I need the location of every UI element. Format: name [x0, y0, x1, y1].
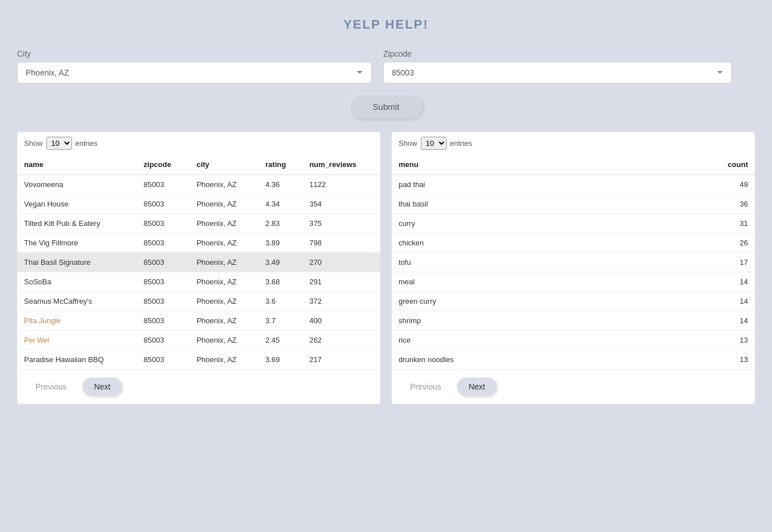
table-row: pad thai49 — [392, 175, 755, 194]
zip-filter-group: Zipcode 85003 85004 85006 — [383, 49, 732, 84]
table-row: Vovomeena85003Phoenix, AZ4.361122 — [17, 175, 380, 194]
left-table-section: Show 10 25 50 entries name zipcode city … — [17, 132, 380, 404]
right-next-button[interactable]: Next — [457, 378, 496, 396]
table-row: meal14 — [392, 272, 755, 292]
table-row: chicken26 — [392, 233, 755, 253]
zip-label: Zipcode — [383, 49, 732, 58]
right-show-entries-bar: Show 10 25 50 entries — [392, 132, 755, 154]
table-row: Seamus McCaffrey's85003Phoenix, AZ3.6372 — [17, 292, 380, 311]
zip-select[interactable]: 85003 85004 85006 — [383, 62, 732, 84]
col-menu: menu — [392, 154, 635, 175]
table-row: tofu17 — [392, 253, 755, 272]
city-select[interactable]: Phoenix, AZ Scottsdale, AZ Tempe, AZ — [17, 62, 372, 84]
table-row: drunken noodles13 — [392, 350, 755, 370]
table-row: The Vig Fillmore85003Phoenix, AZ3.89798 — [17, 233, 380, 253]
table-row: thai basil36 — [392, 194, 755, 214]
right-show-label: Show — [399, 139, 417, 148]
right-table-header: menu count — [392, 154, 755, 175]
col-name: name — [17, 154, 137, 175]
left-entries-label: entries — [75, 139, 98, 148]
col-rating: rating — [258, 154, 303, 175]
table-row: shrimp14 — [392, 311, 755, 331]
table-row: curry31 — [392, 214, 755, 233]
right-table: menu count pad thai49thai basil36curry31… — [392, 154, 755, 370]
table-row: rice13 — [392, 331, 755, 350]
left-pagination: Previous Next — [17, 370, 380, 404]
left-show-entries-bar: Show 10 25 50 entries — [17, 132, 380, 154]
left-table-header: name zipcode city rating num_reviews — [17, 154, 380, 175]
left-next-button[interactable]: Next — [82, 378, 122, 396]
page-title: YELP HELP! — [17, 17, 755, 32]
right-entries-label: entries — [450, 139, 472, 148]
table-row: SoSoBa85003Phoenix, AZ3.68291 — [17, 272, 380, 292]
left-previous-button[interactable]: Previous — [24, 378, 78, 396]
col-city: city — [190, 154, 258, 175]
right-previous-button[interactable]: Previous — [399, 378, 452, 396]
submit-container: Submit — [17, 95, 755, 118]
col-count: count — [635, 154, 755, 175]
col-num-reviews: num_reviews — [303, 154, 380, 175]
table-row: Tilted Kilt Pub & Eatery85003Phoenix, AZ… — [17, 214, 380, 233]
table-row: Thai Basil Signature85003Phoenix, AZ3.49… — [17, 253, 380, 272]
submit-button[interactable]: Submit — [350, 95, 423, 118]
left-table: name zipcode city rating num_reviews Vov… — [17, 154, 380, 370]
table-row: Pei Wei85003Phoenix, AZ2.45262 — [17, 331, 380, 350]
city-filter-group: City Phoenix, AZ Scottsdale, AZ Tempe, A… — [17, 49, 372, 84]
right-table-section: Show 10 25 50 entries menu count pad tha… — [392, 132, 755, 404]
left-show-label: Show — [24, 139, 43, 148]
col-zipcode: zipcode — [137, 154, 190, 175]
city-label: City — [17, 49, 372, 58]
tables-row: Show 10 25 50 entries name zipcode city … — [17, 132, 755, 404]
left-entries-select[interactable]: 10 25 50 — [46, 137, 72, 150]
right-pagination: Previous Next — [392, 370, 755, 404]
table-row: Pita Jungle85003Phoenix, AZ3.7400 — [17, 311, 380, 331]
table-row: Paradise Hawaiian BBQ85003Phoenix, AZ3.6… — [17, 350, 380, 370]
table-row: Vegan House85003Phoenix, AZ4.34354 — [17, 194, 380, 214]
table-row: green curry14 — [392, 292, 755, 311]
right-entries-select[interactable]: 10 25 50 — [421, 137, 447, 150]
filter-row: City Phoenix, AZ Scottsdale, AZ Tempe, A… — [17, 49, 755, 84]
